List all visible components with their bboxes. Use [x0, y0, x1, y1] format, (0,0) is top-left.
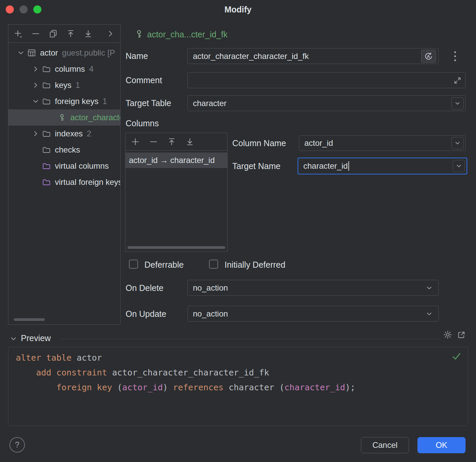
on-update-label: On Update	[126, 309, 166, 319]
sql-code[interactable]: alter table actor add constraint actor_c…	[16, 351, 447, 395]
open-in-editor-icon[interactable]	[457, 331, 466, 339]
target-table-select[interactable]: character	[188, 95, 466, 111]
target-name-label: Target Name	[232, 161, 280, 171]
chevron-right-icon[interactable]	[29, 65, 42, 73]
move-up-icon[interactable]	[66, 29, 76, 39]
tree-item-actor[interactable]: actorguest.public [P	[8, 45, 120, 61]
move-down-icon[interactable]	[83, 29, 93, 39]
initially-deferred-label: Initially Deferred	[225, 260, 285, 270]
tree-item-actor-character-character-id-fk[interactable]: actor_character_character_id_fk	[8, 109, 120, 126]
column-mapping-list: actor_id → character_id	[126, 153, 227, 168]
target-table-value: character	[193, 99, 227, 108]
cancel-button[interactable]: Cancel	[361, 437, 409, 453]
tree-horizontal-scrollbar[interactable]	[14, 318, 45, 321]
tree-item-virtual-foreign-keys[interactable]: virtual foreign keys	[8, 174, 120, 190]
chevron-down-icon[interactable]	[451, 137, 464, 149]
tree-item-columns[interactable]: columns4	[8, 61, 120, 77]
on-delete-value: no_action	[193, 283, 228, 293]
help-label: ?	[15, 440, 19, 450]
on-delete-label: On Delete	[126, 283, 164, 293]
columns-section-label: Columns	[126, 119, 159, 128]
on-update-value: no_action	[193, 309, 228, 319]
foreign-key-icon	[134, 29, 144, 40]
chevron-down-icon[interactable]	[453, 160, 465, 172]
tree-item-virtual-columns[interactable]: virtual columns	[8, 158, 120, 174]
columns-mapping-panel: actor_id → character_id	[125, 133, 228, 252]
initially-deferred-checkbox[interactable]	[209, 260, 218, 269]
column-mapping-row[interactable]: actor_id → character_id	[126, 153, 227, 168]
cancel-label: Cancel	[372, 440, 398, 450]
target-name-value: character_id	[303, 161, 348, 171]
tree-item-label: virtual columns	[55, 161, 109, 171]
columns-horizontal-scrollbar[interactable]	[128, 246, 225, 249]
rename-refactor-icon: A	[424, 52, 433, 61]
table-icon	[27, 48, 36, 57]
expand-panel-icon[interactable]	[105, 29, 115, 39]
ok-label: OK	[436, 440, 447, 450]
tree-item-label: keys	[55, 80, 71, 90]
tree-item-label: indexes	[55, 129, 83, 138]
add-icon[interactable]	[130, 137, 140, 147]
chevron-down-icon[interactable]	[451, 97, 464, 109]
chevron-down-icon	[426, 310, 433, 318]
ok-button[interactable]: OK	[417, 437, 466, 453]
tree-item-count: 1	[102, 97, 107, 106]
tree-toolbar	[8, 25, 120, 43]
deferrable-label: Deferrable	[144, 260, 184, 270]
preview-divider	[61, 339, 440, 339]
sql-preview: alter table actor add constraint actor_c…	[8, 347, 468, 426]
collapse-preview-icon[interactable]	[9, 335, 18, 343]
expand-editor-icon[interactable]	[454, 77, 461, 84]
object-tree: actorguest.public [Pcolumns4keys1foreign…	[8, 45, 120, 190]
folder-icon	[42, 145, 51, 154]
tree-item-label: checks	[55, 145, 80, 155]
move-up-icon[interactable]	[167, 137, 177, 147]
valid-checkmark-icon	[451, 351, 462, 361]
add-icon[interactable]	[13, 29, 23, 39]
column-name-select[interactable]: actor_id	[299, 135, 466, 151]
close-window-button[interactable]	[6, 5, 14, 13]
page-title: actor_cha...cter_id_fk	[147, 30, 228, 39]
minimize-window-button[interactable]	[20, 5, 28, 13]
chevron-down-icon[interactable]	[14, 49, 27, 57]
name-value: actor_character_character_id_fk	[193, 52, 309, 61]
folder-icon	[42, 65, 51, 73]
tree-item-label: foreign keys	[55, 97, 98, 106]
on-update-select[interactable]: no_action	[188, 306, 439, 322]
move-down-icon[interactable]	[185, 137, 195, 147]
window-title: Modify	[225, 5, 252, 14]
sql-code-line: foreign key (actor_id) references charac…	[16, 380, 447, 395]
gear-icon[interactable]	[443, 330, 452, 339]
tree-item-label: columns	[55, 64, 85, 74]
text-cursor	[348, 161, 349, 171]
chevron-right-icon[interactable]	[29, 81, 42, 89]
help-button[interactable]: ?	[9, 437, 25, 453]
columns-toolbar	[126, 133, 227, 151]
generate-name-button[interactable]: A	[421, 50, 436, 63]
tree-item-checks[interactable]: checks	[8, 142, 120, 158]
key-icon	[58, 113, 66, 122]
duplicate-icon[interactable]	[48, 29, 58, 39]
remove-icon[interactable]	[148, 137, 159, 147]
more-options-icon[interactable]	[451, 50, 459, 63]
preview-section-label[interactable]: Preview	[21, 333, 51, 343]
target-name-select[interactable]: character_id	[298, 158, 467, 174]
folder-virtual-icon	[42, 178, 51, 187]
tree-item-foreign-keys[interactable]: foreign keys1	[8, 93, 120, 109]
on-delete-select[interactable]: no_action	[188, 280, 439, 296]
chevron-down-icon[interactable]	[29, 98, 42, 105]
name-field[interactable]: actor_character_character_id_fk A	[188, 48, 439, 64]
deferrable-checkbox[interactable]	[129, 260, 138, 269]
chevron-down-icon	[426, 284, 433, 292]
chevron-right-icon[interactable]	[29, 130, 42, 137]
tree-item-count: 2	[87, 129, 91, 138]
tree-item-label: actor	[40, 48, 58, 58]
tree-item-keys[interactable]: keys1	[8, 77, 120, 93]
folder-virtual-icon	[42, 162, 51, 170]
tree-item-indexes[interactable]: indexes2	[8, 126, 120, 142]
remove-icon[interactable]	[31, 29, 41, 39]
comment-label: Comment	[126, 75, 162, 85]
comment-field[interactable]	[188, 72, 466, 88]
sql-code-line: alter table actor	[16, 351, 447, 365]
zoom-window-button[interactable]	[33, 5, 41, 13]
